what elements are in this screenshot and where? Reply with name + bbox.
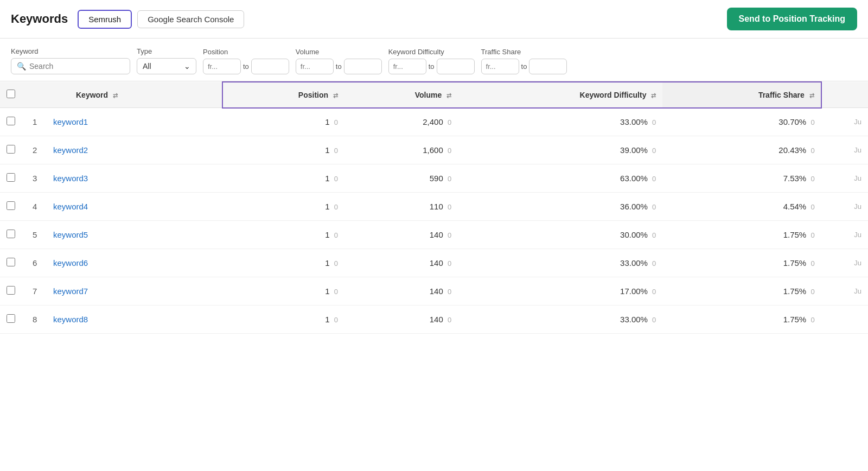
row-checkbox-col[interactable]: [0, 193, 22, 221]
table-row: 5 keyword5 1 0 140 0 30.00% 0 1.75% 0 Ju: [0, 221, 868, 249]
row-checkbox-col[interactable]: [0, 164, 22, 193]
table-row: 6 keyword6 1 0 140 0 33.00% 0 1.75% 0 Ju: [0, 249, 868, 277]
volume-to-label: to: [336, 62, 342, 71]
chevron-down-icon: ⌄: [184, 62, 190, 71]
row-checkbox[interactable]: [7, 173, 15, 182]
volume-delta: 0: [448, 259, 451, 268]
keyword-link[interactable]: keyword1: [53, 117, 88, 126]
row-difficulty: 33.00% 0: [458, 249, 662, 277]
row-position: 1 0: [222, 193, 344, 221]
row-checkbox-col[interactable]: [0, 305, 22, 334]
row-checkbox[interactable]: [7, 286, 15, 295]
row-checkbox[interactable]: [7, 258, 15, 266]
position-filter-group: Position to: [203, 48, 289, 74]
table-row: 2 keyword2 1 0 1,600 0 39.00% 0 20.43% 0…: [0, 136, 868, 164]
position-delta: 0: [334, 288, 338, 296]
keyword-link[interactable]: keyword8: [53, 315, 88, 324]
row-checkbox-col[interactable]: [0, 249, 22, 277]
volume-range-input: to: [296, 59, 382, 74]
traffic-delta: 0: [810, 259, 814, 268]
row-checkbox[interactable]: [7, 145, 15, 154]
col-volume-label: Volume: [415, 91, 442, 99]
row-checkbox-col[interactable]: [0, 108, 22, 136]
row-position: 1 0: [222, 277, 344, 305]
keyword-link[interactable]: keyword2: [53, 145, 88, 155]
table-row: 8 keyword8 1 0 140 0 33.00% 0 1.75% 0: [0, 305, 868, 334]
keyword-link[interactable]: keyword5: [53, 230, 88, 239]
row-keyword[interactable]: keyword3: [49, 164, 222, 193]
row-position: 1 0: [222, 136, 344, 164]
position-to-input[interactable]: [251, 59, 289, 74]
row-position: 1 0: [222, 108, 344, 136]
row-traffic: 1.75% 0: [662, 221, 821, 249]
page-title: Keywords: [11, 12, 68, 26]
volume-to-input[interactable]: [344, 59, 382, 74]
volume-delta: 0: [448, 316, 451, 324]
row-checkbox-col[interactable]: [0, 221, 22, 249]
keyword-search-box[interactable]: 🔍: [11, 58, 130, 74]
keyword-link[interactable]: keyword3: [53, 174, 88, 183]
volume-delta: 0: [448, 203, 451, 211]
col-difficulty-label: Keyword Difficulty: [580, 91, 647, 99]
row-keyword[interactable]: keyword8: [49, 305, 222, 334]
send-to-position-tracking-button[interactable]: Send to Position Tracking: [727, 8, 857, 30]
search-input[interactable]: [29, 62, 124, 71]
col-difficulty[interactable]: Keyword Difficulty ⇄: [458, 82, 662, 108]
difficulty-delta: 0: [652, 203, 656, 211]
row-keyword[interactable]: keyword1: [49, 108, 222, 136]
row-number: 1: [22, 108, 49, 136]
difficulty-sort-icon: ⇄: [651, 92, 656, 99]
tab-semrush[interactable]: Semrush: [78, 10, 132, 29]
keyword-link[interactable]: keyword4: [53, 202, 88, 211]
row-keyword[interactable]: keyword7: [49, 277, 222, 305]
row-checkbox[interactable]: [7, 230, 15, 238]
traffic-to-input[interactable]: [529, 59, 567, 74]
position-range-input: to: [203, 59, 289, 74]
traffic-from-input[interactable]: [481, 59, 519, 74]
row-traffic: 1.75% 0: [662, 305, 821, 334]
row-checkbox-col[interactable]: [0, 136, 22, 164]
row-keyword[interactable]: keyword2: [49, 136, 222, 164]
volume-filter-group: Volume to: [296, 48, 382, 74]
col-volume[interactable]: Volume ⇄: [344, 82, 458, 108]
traffic-sort-icon: ⇄: [809, 92, 814, 99]
volume-delta: 0: [448, 118, 451, 126]
row-difficulty: 33.00% 0: [458, 108, 662, 136]
traffic-delta: 0: [810, 316, 814, 324]
row-number: 3: [22, 164, 49, 193]
tab-google-search-console[interactable]: Google Search Console: [137, 10, 244, 28]
volume-from-input[interactable]: [296, 59, 334, 74]
col-position[interactable]: Position ⇄: [222, 82, 344, 108]
type-filter-label: Type: [137, 47, 196, 55]
row-checkbox[interactable]: [7, 117, 15, 125]
keyword-link[interactable]: keyword6: [53, 258, 88, 268]
col-url: [821, 82, 868, 108]
keyword-link[interactable]: keyword7: [53, 287, 88, 296]
col-position-label: Position: [298, 91, 328, 99]
row-volume: 110 0: [344, 193, 458, 221]
row-checkbox[interactable]: [7, 314, 15, 323]
row-keyword[interactable]: keyword5: [49, 221, 222, 249]
difficulty-to-input[interactable]: [437, 59, 475, 74]
difficulty-range-input: to: [388, 59, 475, 74]
type-select[interactable]: All ⌄: [137, 58, 196, 74]
col-traffic[interactable]: Traffic Share ⇄: [662, 82, 821, 108]
select-all-checkbox[interactable]: [7, 90, 15, 98]
row-number: 5: [22, 221, 49, 249]
select-all-checkbox-col[interactable]: [0, 82, 22, 108]
table-row: 7 keyword7 1 0 140 0 17.00% 0 1.75% 0 Ju: [0, 277, 868, 305]
row-keyword[interactable]: keyword6: [49, 249, 222, 277]
traffic-filter-label: Traffic Share: [481, 48, 567, 56]
difficulty-delta: 0: [652, 231, 656, 239]
difficulty-delta: 0: [652, 118, 656, 126]
row-keyword[interactable]: keyword4: [49, 193, 222, 221]
col-keyword[interactable]: Keyword ⇄: [49, 82, 222, 108]
difficulty-from-input[interactable]: [388, 59, 426, 74]
row-number: 4: [22, 193, 49, 221]
row-traffic: 20.43% 0: [662, 136, 821, 164]
position-from-input[interactable]: [203, 59, 241, 74]
row-checkbox[interactable]: [7, 201, 15, 210]
row-volume: 2,400 0: [344, 108, 458, 136]
row-checkbox-col[interactable]: [0, 277, 22, 305]
keyword-filter-label: Keyword: [11, 47, 130, 55]
